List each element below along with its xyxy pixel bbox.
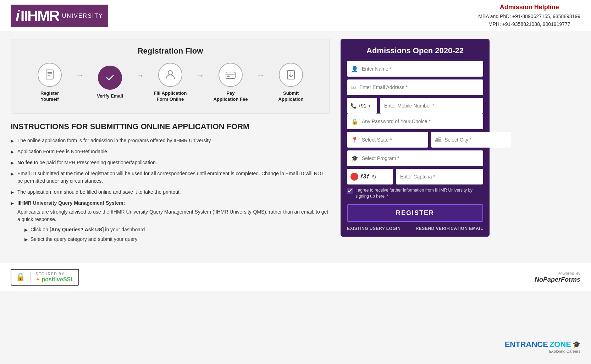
secured-by-text: SECURED BY [35, 272, 74, 276]
ez-icon: 🎓 [573, 341, 580, 348]
phone-flag: 📞 [350, 103, 357, 109]
flow-step-verify: Verify Email [85, 66, 135, 99]
flow-arrow-2: → [136, 71, 144, 80]
logo: i IIHMR UNIVERSITY [11, 5, 108, 27]
sub-bullet-icon: ▶ [24, 227, 28, 233]
left-section: Registration Flow RegisterYourse [11, 39, 330, 249]
step-icon-verify [98, 66, 122, 90]
phone-code-box[interactable]: 📞 +91 ▼ [347, 98, 377, 114]
bullet-icon: ▶ [11, 171, 14, 177]
state-field[interactable]: 📍 [347, 132, 428, 148]
phone-field[interactable]: 📞 +91 ▼ [347, 98, 483, 114]
step-label-register: RegisterYourself [40, 90, 59, 103]
name-input[interactable] [362, 66, 479, 72]
helpline-line1: MBA and PhD: +91-8890627155, 9358893199 [478, 12, 580, 20]
registration-flow-box: Registration Flow RegisterYourse [11, 39, 330, 114]
step-icon-pay [219, 63, 243, 87]
step-icon-submit [279, 63, 303, 87]
phone-input[interactable] [384, 103, 479, 109]
step-label-fill: Fill ApplicationForm Online [154, 90, 187, 103]
state-input[interactable] [362, 137, 424, 143]
list-item: ▶ IIHMR University Query Management Syst… [11, 199, 330, 245]
ssl-brand: ✦ positiveSSL [35, 276, 74, 283]
bullet-icon: ▶ [11, 189, 14, 195]
flow-arrow-3: → [197, 71, 204, 80]
ssl-badge: 🔒 SECURED BY ✦ positiveSSL [11, 269, 79, 286]
instruction-text: The online application form is for admis… [17, 137, 212, 144]
location-icon: 📍 [351, 137, 358, 143]
header: i IIHMR UNIVERSITY Admission Helpline MB… [0, 0, 591, 32]
user-icon: 👤 [351, 66, 358, 72]
logo-area: i IIHMR UNIVERSITY [11, 5, 108, 27]
instructions-section: INSTRUCTIONS FOR SUBMITTING ONLINE APPLI… [11, 122, 330, 245]
resend-verification-link[interactable]: RESEND VERIFICATION EMAIL [416, 226, 483, 231]
agree-text: I agree to receive further information f… [355, 187, 483, 199]
sub-list-item: ▶ Click on [Any Queries? Ask US] in your… [24, 226, 330, 233]
main-content: Registration Flow RegisterYourse [0, 32, 591, 256]
logo-letter-i: i [16, 7, 19, 24]
captcha-input[interactable] [400, 174, 479, 180]
instruction-text: Application Form Fee is Non-Refundable. [17, 148, 109, 155]
instruction-bold: IIHMR University Query Management System… [17, 200, 125, 206]
captcha-box: f3f ↻ [347, 169, 393, 184]
captcha-input-box[interactable] [396, 169, 483, 184]
bottom-links: EXISTING USER? LOGIN RESEND VERIFICATION… [347, 226, 483, 231]
sub-bullet-icon: ▶ [24, 236, 28, 243]
sub-list: ▶ Click on [Any Queries? Ask US] in your… [17, 226, 330, 243]
ez-sub: Exploring Careers [549, 349, 580, 353]
helpline-line2: MPH: +91-9358821088, 9001919777 [478, 20, 580, 28]
instruction-text: Email ID submitted at the time of regist… [17, 170, 330, 185]
right-section: Admissions Open 2020-22 👤 ✉ 📞 +91 [341, 39, 490, 237]
name-field[interactable]: 👤 [347, 61, 483, 77]
svg-point-4 [168, 71, 172, 75]
phone-input-box[interactable] [380, 98, 483, 114]
program-input[interactable] [362, 155, 479, 161]
instruction-text: No fee to be paid for MPH Prescreening q… [17, 159, 157, 166]
city-icon: 🏙 [435, 137, 441, 143]
footer: 🔒 SECURED BY ✦ positiveSSL Powered By No… [0, 263, 591, 291]
password-field[interactable]: 🔒 [347, 114, 483, 129]
flow-arrow-1: → [76, 71, 84, 80]
instructions-title: INSTRUCTIONS FOR SUBMITTING ONLINE APPLI… [11, 122, 330, 131]
logo-university: UNIVERSITY [62, 13, 103, 19]
powered-by-label: Powered By [535, 271, 580, 276]
phone-code: +91 [358, 103, 366, 109]
ssl-text-area: SECURED BY ✦ positiveSSL [35, 272, 74, 283]
helpline-area: Admission Helpline MBA and PhD: +91-8890… [478, 4, 580, 28]
existing-user-link[interactable]: EXISTING USER? LOGIN [347, 226, 401, 231]
email-input[interactable] [359, 84, 479, 90]
lock-icon: 🔒 [16, 272, 25, 282]
list-item: ▶ Email ID submitted at the time of regi… [11, 170, 330, 185]
flow-step-pay: PayApplication Fee [206, 63, 255, 103]
list-item: ▶ Application Form Fee is Non-Refundable… [11, 148, 330, 155]
instructions-list: ▶ The online application form is for adm… [11, 137, 330, 245]
step-label-verify: Verify Email [97, 93, 123, 99]
svg-rect-0 [46, 70, 53, 79]
register-button[interactable]: REGISTER [347, 204, 483, 222]
list-item: ▶ No fee to be paid for MPH Prescreening… [11, 159, 330, 166]
city-field[interactable]: 🏙 [431, 132, 511, 148]
agree-checkbox[interactable] [347, 188, 353, 194]
state-city-row: 📍 🏙 [347, 132, 483, 148]
phone-dropdown-icon[interactable]: ▼ [368, 104, 371, 108]
program-field[interactable]: 🎓 [347, 150, 483, 166]
logo-iihmr: IIHMR [21, 7, 59, 24]
svg-rect-7 [227, 76, 230, 77]
step-icon-fill [158, 63, 182, 87]
step-label-submit: SubmitApplication [278, 90, 304, 103]
bullet-icon: ▶ [11, 200, 14, 206]
lock-icon: 🔒 [351, 118, 358, 125]
agree-row: I agree to receive further information f… [347, 187, 483, 199]
list-item: ▶ The online application form is for adm… [11, 137, 330, 144]
bullet-icon: ▶ [11, 160, 14, 166]
flow-step-submit: SubmitApplication [266, 63, 316, 103]
list-item: ▶ The application form should be filled … [11, 188, 330, 196]
email-icon: ✉ [351, 84, 356, 91]
password-input[interactable] [362, 118, 479, 124]
city-input[interactable] [444, 137, 507, 143]
email-field[interactable]: ✉ [347, 79, 483, 95]
flow-step-fill: Fill ApplicationForm Online [145, 63, 195, 103]
captcha-refresh-icon[interactable]: ↻ [372, 173, 376, 180]
captcha-circle [350, 173, 358, 181]
svg-rect-5 [226, 72, 235, 78]
